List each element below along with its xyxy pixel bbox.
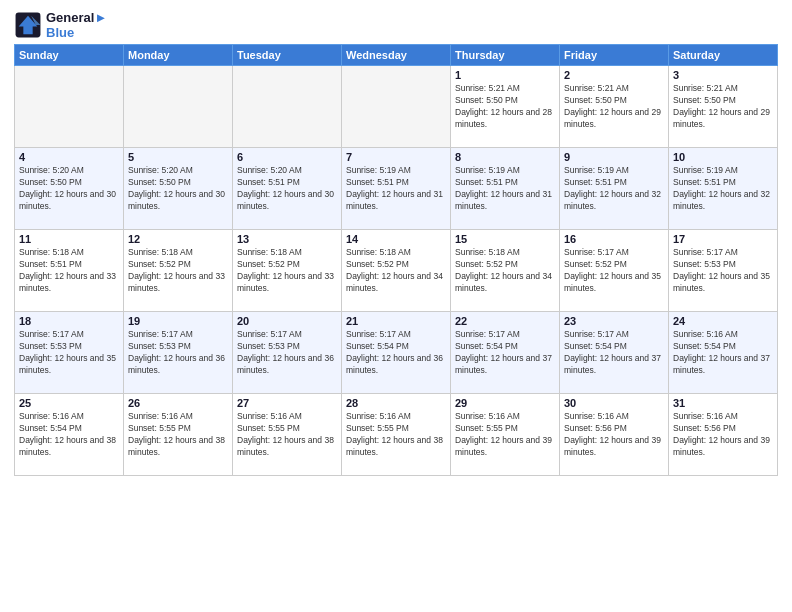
day-info: Sunrise: 5:19 AMSunset: 5:51 PMDaylight:…	[564, 165, 664, 213]
calendar-cell: 30Sunrise: 5:16 AMSunset: 5:56 PMDayligh…	[560, 394, 669, 476]
weekday-header-friday: Friday	[560, 45, 669, 66]
weekday-header-saturday: Saturday	[669, 45, 778, 66]
calendar-table: SundayMondayTuesdayWednesdayThursdayFrid…	[14, 44, 778, 476]
day-number: 20	[237, 315, 337, 327]
day-number: 21	[346, 315, 446, 327]
day-info: Sunrise: 5:21 AMSunset: 5:50 PMDaylight:…	[564, 83, 664, 131]
calendar-cell: 10Sunrise: 5:19 AMSunset: 5:51 PMDayligh…	[669, 148, 778, 230]
calendar-cell: 12Sunrise: 5:18 AMSunset: 5:52 PMDayligh…	[124, 230, 233, 312]
day-info: Sunrise: 5:17 AMSunset: 5:54 PMDaylight:…	[455, 329, 555, 377]
calendar-cell: 4Sunrise: 5:20 AMSunset: 5:50 PMDaylight…	[15, 148, 124, 230]
day-number: 15	[455, 233, 555, 245]
day-number: 22	[455, 315, 555, 327]
weekday-header-row: SundayMondayTuesdayWednesdayThursdayFrid…	[15, 45, 778, 66]
calendar-week-2: 4Sunrise: 5:20 AMSunset: 5:50 PMDaylight…	[15, 148, 778, 230]
day-number: 7	[346, 151, 446, 163]
day-number: 11	[19, 233, 119, 245]
day-info: Sunrise: 5:21 AMSunset: 5:50 PMDaylight:…	[455, 83, 555, 131]
day-number: 16	[564, 233, 664, 245]
logo-text: General► Blue	[46, 10, 107, 40]
day-number: 8	[455, 151, 555, 163]
day-number: 31	[673, 397, 773, 409]
calendar-cell: 11Sunrise: 5:18 AMSunset: 5:51 PMDayligh…	[15, 230, 124, 312]
day-info: Sunrise: 5:16 AMSunset: 5:56 PMDaylight:…	[673, 411, 773, 459]
calendar-cell: 26Sunrise: 5:16 AMSunset: 5:55 PMDayligh…	[124, 394, 233, 476]
day-info: Sunrise: 5:16 AMSunset: 5:55 PMDaylight:…	[128, 411, 228, 459]
logo-icon	[14, 11, 42, 39]
calendar-cell: 24Sunrise: 5:16 AMSunset: 5:54 PMDayligh…	[669, 312, 778, 394]
calendar-cell: 9Sunrise: 5:19 AMSunset: 5:51 PMDaylight…	[560, 148, 669, 230]
page: General► Blue SundayMondayTuesdayWednesd…	[0, 0, 792, 612]
calendar-cell: 19Sunrise: 5:17 AMSunset: 5:53 PMDayligh…	[124, 312, 233, 394]
calendar-cell	[15, 66, 124, 148]
day-number: 29	[455, 397, 555, 409]
calendar-cell: 27Sunrise: 5:16 AMSunset: 5:55 PMDayligh…	[233, 394, 342, 476]
calendar-cell: 3Sunrise: 5:21 AMSunset: 5:50 PMDaylight…	[669, 66, 778, 148]
calendar-week-4: 18Sunrise: 5:17 AMSunset: 5:53 PMDayligh…	[15, 312, 778, 394]
day-number: 23	[564, 315, 664, 327]
weekday-header-monday: Monday	[124, 45, 233, 66]
header: General► Blue	[14, 10, 778, 40]
calendar-cell	[342, 66, 451, 148]
day-info: Sunrise: 5:16 AMSunset: 5:56 PMDaylight:…	[564, 411, 664, 459]
day-number: 26	[128, 397, 228, 409]
day-info: Sunrise: 5:16 AMSunset: 5:54 PMDaylight:…	[673, 329, 773, 377]
logo: General► Blue	[14, 10, 107, 40]
calendar-cell: 25Sunrise: 5:16 AMSunset: 5:54 PMDayligh…	[15, 394, 124, 476]
day-info: Sunrise: 5:17 AMSunset: 5:53 PMDaylight:…	[19, 329, 119, 377]
calendar-cell: 17Sunrise: 5:17 AMSunset: 5:53 PMDayligh…	[669, 230, 778, 312]
calendar-cell: 1Sunrise: 5:21 AMSunset: 5:50 PMDaylight…	[451, 66, 560, 148]
calendar-week-1: 1Sunrise: 5:21 AMSunset: 5:50 PMDaylight…	[15, 66, 778, 148]
day-info: Sunrise: 5:20 AMSunset: 5:51 PMDaylight:…	[237, 165, 337, 213]
calendar-cell: 14Sunrise: 5:18 AMSunset: 5:52 PMDayligh…	[342, 230, 451, 312]
day-number: 6	[237, 151, 337, 163]
calendar-cell: 23Sunrise: 5:17 AMSunset: 5:54 PMDayligh…	[560, 312, 669, 394]
day-info: Sunrise: 5:16 AMSunset: 5:55 PMDaylight:…	[346, 411, 446, 459]
day-info: Sunrise: 5:19 AMSunset: 5:51 PMDaylight:…	[346, 165, 446, 213]
day-info: Sunrise: 5:19 AMSunset: 5:51 PMDaylight:…	[673, 165, 773, 213]
day-number: 3	[673, 69, 773, 81]
day-number: 1	[455, 69, 555, 81]
calendar-cell: 21Sunrise: 5:17 AMSunset: 5:54 PMDayligh…	[342, 312, 451, 394]
day-number: 18	[19, 315, 119, 327]
calendar-cell: 15Sunrise: 5:18 AMSunset: 5:52 PMDayligh…	[451, 230, 560, 312]
day-number: 10	[673, 151, 773, 163]
calendar-cell	[233, 66, 342, 148]
calendar-cell: 22Sunrise: 5:17 AMSunset: 5:54 PMDayligh…	[451, 312, 560, 394]
calendar-cell: 13Sunrise: 5:18 AMSunset: 5:52 PMDayligh…	[233, 230, 342, 312]
day-number: 30	[564, 397, 664, 409]
day-number: 27	[237, 397, 337, 409]
day-info: Sunrise: 5:21 AMSunset: 5:50 PMDaylight:…	[673, 83, 773, 131]
calendar-cell: 7Sunrise: 5:19 AMSunset: 5:51 PMDaylight…	[342, 148, 451, 230]
calendar-week-3: 11Sunrise: 5:18 AMSunset: 5:51 PMDayligh…	[15, 230, 778, 312]
calendar-week-5: 25Sunrise: 5:16 AMSunset: 5:54 PMDayligh…	[15, 394, 778, 476]
day-info: Sunrise: 5:18 AMSunset: 5:52 PMDaylight:…	[346, 247, 446, 295]
day-info: Sunrise: 5:16 AMSunset: 5:54 PMDaylight:…	[19, 411, 119, 459]
day-info: Sunrise: 5:18 AMSunset: 5:52 PMDaylight:…	[237, 247, 337, 295]
day-info: Sunrise: 5:17 AMSunset: 5:53 PMDaylight:…	[128, 329, 228, 377]
weekday-header-tuesday: Tuesday	[233, 45, 342, 66]
day-number: 9	[564, 151, 664, 163]
day-info: Sunrise: 5:17 AMSunset: 5:53 PMDaylight:…	[673, 247, 773, 295]
calendar-cell: 2Sunrise: 5:21 AMSunset: 5:50 PMDaylight…	[560, 66, 669, 148]
day-info: Sunrise: 5:18 AMSunset: 5:52 PMDaylight:…	[128, 247, 228, 295]
calendar-cell: 6Sunrise: 5:20 AMSunset: 5:51 PMDaylight…	[233, 148, 342, 230]
calendar-cell: 28Sunrise: 5:16 AMSunset: 5:55 PMDayligh…	[342, 394, 451, 476]
day-number: 24	[673, 315, 773, 327]
day-number: 5	[128, 151, 228, 163]
calendar-cell	[124, 66, 233, 148]
day-info: Sunrise: 5:17 AMSunset: 5:54 PMDaylight:…	[346, 329, 446, 377]
day-info: Sunrise: 5:16 AMSunset: 5:55 PMDaylight:…	[237, 411, 337, 459]
day-number: 17	[673, 233, 773, 245]
calendar-cell: 8Sunrise: 5:19 AMSunset: 5:51 PMDaylight…	[451, 148, 560, 230]
weekday-header-thursday: Thursday	[451, 45, 560, 66]
day-info: Sunrise: 5:18 AMSunset: 5:51 PMDaylight:…	[19, 247, 119, 295]
day-info: Sunrise: 5:20 AMSunset: 5:50 PMDaylight:…	[19, 165, 119, 213]
day-number: 4	[19, 151, 119, 163]
weekday-header-wednesday: Wednesday	[342, 45, 451, 66]
calendar-cell: 5Sunrise: 5:20 AMSunset: 5:50 PMDaylight…	[124, 148, 233, 230]
day-number: 25	[19, 397, 119, 409]
calendar-cell: 31Sunrise: 5:16 AMSunset: 5:56 PMDayligh…	[669, 394, 778, 476]
day-number: 28	[346, 397, 446, 409]
weekday-header-sunday: Sunday	[15, 45, 124, 66]
